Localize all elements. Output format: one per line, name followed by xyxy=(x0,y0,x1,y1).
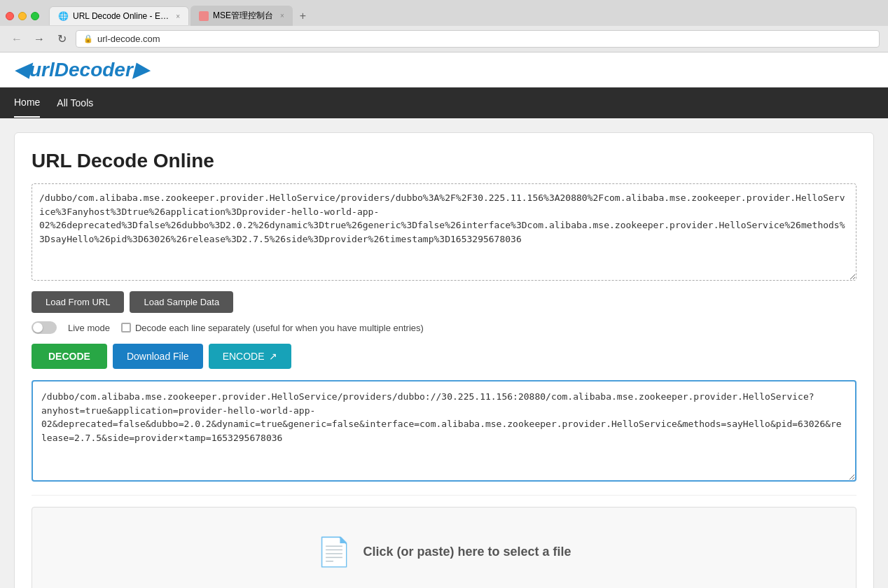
decode-each-line-text: Decode each line separately (useful for … xyxy=(135,323,424,333)
page-title: URL Decode Online xyxy=(32,150,856,172)
main-content: URL Decode Online /dubbo/com.alibaba.mse… xyxy=(0,118,888,588)
output-textarea[interactable]: /dubbo/com.alibaba.mse.zookeeper.provide… xyxy=(32,380,856,482)
encode-button[interactable]: ENCODE ↗ xyxy=(209,344,291,369)
encode-external-icon: ↗ xyxy=(269,351,277,362)
address-bar: ← → ↻ 🔒 url-decode.com xyxy=(0,26,888,52)
decode-button[interactable]: DECODE xyxy=(32,344,107,369)
refresh-button[interactable]: ↻ xyxy=(53,32,70,46)
logo-text: urlDecoder xyxy=(29,59,133,80)
options-row: Live mode Decode each line separately (u… xyxy=(32,321,856,334)
action-buttons-row: DECODE Download File ENCODE ↗ xyxy=(32,344,856,369)
maximize-button[interactable] xyxy=(31,12,39,20)
encode-label: ENCODE xyxy=(223,351,265,362)
tool-card: URL Decode Online /dubbo/com.alibaba.mse… xyxy=(14,132,874,588)
tab-active[interactable]: 🌐 URL Decode Online - Encode / × xyxy=(49,6,189,25)
decode-each-line-checkbox[interactable] xyxy=(121,323,131,332)
input-textarea[interactable]: /dubbo/com.alibaba.mse.zookeeper.provide… xyxy=(32,183,856,281)
file-drop-text: Click (or paste) here to select a file xyxy=(363,545,571,559)
load-buttons-row: Load From URL Load Sample Data xyxy=(32,291,856,313)
address-field[interactable]: 🔒 url-decode.com xyxy=(76,30,880,48)
toggle-knob xyxy=(33,323,43,332)
traffic-lights xyxy=(6,12,39,20)
separator xyxy=(32,495,856,496)
logo-arrow-right: ▶ xyxy=(133,59,148,80)
tab-label-active: URL Decode Online - Encode / xyxy=(73,11,169,21)
live-mode-label: Live mode xyxy=(68,323,110,333)
tab-bar: 🌐 URL Decode Online - Encode / × MSE管理控制… xyxy=(0,0,888,26)
tab-close-active[interactable]: × xyxy=(176,13,180,20)
logo-arrow-left: ◀ xyxy=(14,59,29,80)
minimize-button[interactable] xyxy=(18,12,27,20)
live-mode-toggle[interactable] xyxy=(32,321,57,334)
logo-area: ◀urlDecoder▶ xyxy=(0,52,888,88)
file-drop-area[interactable]: 📄 Click (or paste) here to select a file xyxy=(32,507,856,588)
tab-inactive[interactable]: MSE管理控制台 × xyxy=(190,6,293,26)
nav-home[interactable]: Home xyxy=(14,88,40,118)
decode-each-line-label[interactable]: Decode each line separately (useful for … xyxy=(121,323,424,333)
download-file-button[interactable]: Download File xyxy=(113,344,203,369)
load-from-url-button[interactable]: Load From URL xyxy=(32,291,124,313)
url-text: url-decode.com xyxy=(97,34,160,44)
file-icon: 📄 xyxy=(317,536,352,568)
back-button[interactable]: ← xyxy=(8,33,25,46)
browser-chrome: 🌐 URL Decode Online - Encode / × MSE管理控制… xyxy=(0,0,888,52)
tab-close-inactive[interactable]: × xyxy=(280,12,284,20)
nav-all-tools[interactable]: All Tools xyxy=(57,89,93,117)
load-sample-data-button[interactable]: Load Sample Data xyxy=(130,291,233,313)
forward-button[interactable]: → xyxy=(31,33,48,46)
new-tab-button[interactable]: + xyxy=(294,7,312,25)
lock-icon: 🔒 xyxy=(83,34,93,43)
tab-label-inactive: MSE管理控制台 xyxy=(213,10,273,22)
site-navigation: Home All Tools xyxy=(0,88,888,118)
close-button[interactable] xyxy=(6,12,14,20)
